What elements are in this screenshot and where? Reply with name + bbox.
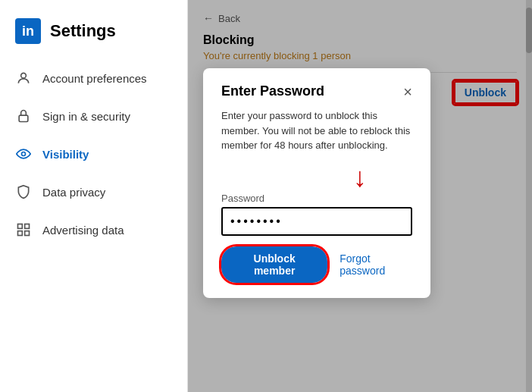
- sidebar-item-account-label: Account preferences: [42, 72, 147, 85]
- modal-actions: Unblock member Forgot password: [221, 246, 412, 283]
- sidebar: in Settings Account preferences Sign in …: [0, 0, 188, 392]
- grid-icon: [15, 221, 32, 238]
- linkedin-logo: in: [15, 18, 41, 44]
- sidebar-item-account[interactable]: Account preferences: [0, 59, 187, 97]
- modal-title: Enter Password: [221, 83, 324, 99]
- sidebar-item-privacy-label: Data privacy: [42, 186, 105, 199]
- unblock-member-button[interactable]: Unblock member: [221, 246, 327, 283]
- sidebar-item-advertising-label: Advertising data: [42, 224, 124, 237]
- svg-rect-6: [25, 231, 30, 236]
- sidebar-item-visibility-label: Visibility: [42, 148, 89, 161]
- enter-password-modal: Enter Password × Enter your password to …: [203, 68, 430, 298]
- forgot-password-link[interactable]: Forgot password: [340, 252, 412, 277]
- sidebar-header: in Settings: [0, 12, 187, 59]
- arrow-down-container: ↓: [221, 164, 367, 191]
- sidebar-item-security[interactable]: Sign in & security: [0, 97, 187, 135]
- person-icon: [15, 70, 32, 86]
- shield-icon: [15, 183, 32, 200]
- password-input[interactable]: [221, 207, 412, 236]
- password-label: Password: [221, 193, 412, 204]
- sidebar-item-advertising[interactable]: Advertising data: [0, 211, 187, 249]
- sidebar-item-security-label: Sign in & security: [42, 110, 130, 123]
- main-content: ← Back Blocking You're currently blockin…: [188, 0, 532, 392]
- arrow-down-icon: ↓: [353, 164, 367, 191]
- lock-icon: [15, 108, 32, 124]
- modal-overlay: Enter Password × Enter your password to …: [188, 0, 532, 392]
- svg-point-2: [22, 152, 26, 156]
- svg-rect-4: [25, 224, 30, 229]
- sidebar-item-privacy[interactable]: Data privacy: [0, 173, 187, 211]
- svg-point-0: [21, 73, 27, 78]
- svg-rect-5: [18, 231, 23, 236]
- svg-rect-3: [18, 224, 23, 229]
- sidebar-nav: Account preferences Sign in & security V…: [0, 59, 187, 249]
- eye-icon: [15, 146, 32, 162]
- sidebar-item-visibility[interactable]: Visibility: [0, 135, 187, 173]
- svg-rect-1: [19, 115, 28, 121]
- modal-description: Enter your password to unblock this memb…: [221, 108, 412, 153]
- modal-header: Enter Password ×: [221, 83, 412, 99]
- modal-close-button[interactable]: ×: [403, 84, 412, 99]
- sidebar-title: Settings: [50, 21, 116, 41]
